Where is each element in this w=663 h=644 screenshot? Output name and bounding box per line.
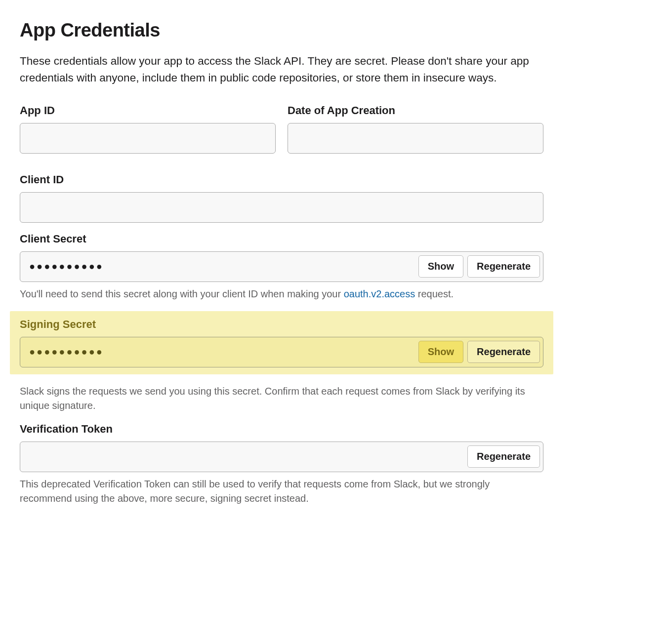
verification-token-label: Verification Token bbox=[20, 423, 543, 436]
page-title: App Credentials bbox=[20, 20, 543, 41]
oauth-access-link[interactable]: oauth.v2.access bbox=[344, 288, 415, 299]
client-id-field-group: Client ID bbox=[20, 173, 543, 223]
date-creation-label: Date of App Creation bbox=[288, 104, 543, 117]
verification-token-buttons: Regenerate bbox=[467, 445, 543, 468]
client-secret-input-wrapper: ●●●●●●●●●● Show Regenerate bbox=[20, 251, 543, 282]
date-creation-input-wrapper bbox=[288, 123, 543, 154]
verification-token-regenerate-button[interactable]: Regenerate bbox=[467, 445, 540, 468]
client-secret-help-suffix: request. bbox=[415, 288, 454, 299]
client-secret-help-prefix: You'll need to send this secret along wi… bbox=[20, 288, 344, 299]
signing-secret-help: Slack signs the requests we send you usi… bbox=[20, 384, 543, 413]
client-id-label: Client ID bbox=[20, 173, 543, 186]
date-creation-input[interactable] bbox=[288, 125, 543, 151]
app-id-input-wrapper bbox=[20, 123, 276, 154]
signing-secret-label: Signing Secret bbox=[20, 318, 543, 331]
signing-secret-regenerate-button[interactable]: Regenerate bbox=[467, 341, 540, 363]
signing-secret-show-button[interactable]: Show bbox=[418, 341, 463, 363]
app-id-field-group: App ID bbox=[20, 104, 276, 154]
page-description: These credentials allow your app to acce… bbox=[20, 53, 543, 86]
verification-token-input[interactable] bbox=[20, 444, 467, 469]
signing-secret-buttons: Show Regenerate bbox=[418, 341, 543, 363]
client-secret-field-group: Client Secret ●●●●●●●●●● Show Regenerate… bbox=[20, 233, 543, 301]
client-secret-help: You'll need to send this secret along wi… bbox=[20, 287, 543, 301]
verification-token-help: This deprecated Verification Token can s… bbox=[20, 477, 543, 506]
signing-secret-input-wrapper: ●●●●●●●●●● Show Regenerate bbox=[20, 337, 543, 367]
client-secret-masked: ●●●●●●●●●● bbox=[20, 254, 418, 279]
client-id-input-wrapper bbox=[20, 192, 543, 223]
signing-secret-field-group: Signing Secret ●●●●●●●●●● Show Regenerat… bbox=[10, 311, 553, 374]
app-credentials-panel: App Credentials These credentials allow … bbox=[20, 20, 543, 506]
verification-token-input-wrapper: Regenerate bbox=[20, 442, 543, 472]
client-id-input[interactable] bbox=[20, 195, 543, 220]
client-secret-show-button[interactable]: Show bbox=[418, 255, 463, 278]
app-id-label: App ID bbox=[20, 104, 276, 117]
client-secret-regenerate-button[interactable]: Regenerate bbox=[467, 255, 540, 278]
verification-token-field-group: Verification Token Regenerate This depre… bbox=[20, 423, 543, 506]
date-creation-field-group: Date of App Creation bbox=[288, 104, 543, 154]
client-secret-label: Client Secret bbox=[20, 233, 543, 245]
app-id-input[interactable] bbox=[20, 125, 275, 151]
client-secret-buttons: Show Regenerate bbox=[418, 255, 543, 278]
signing-secret-masked: ●●●●●●●●●● bbox=[20, 339, 418, 364]
